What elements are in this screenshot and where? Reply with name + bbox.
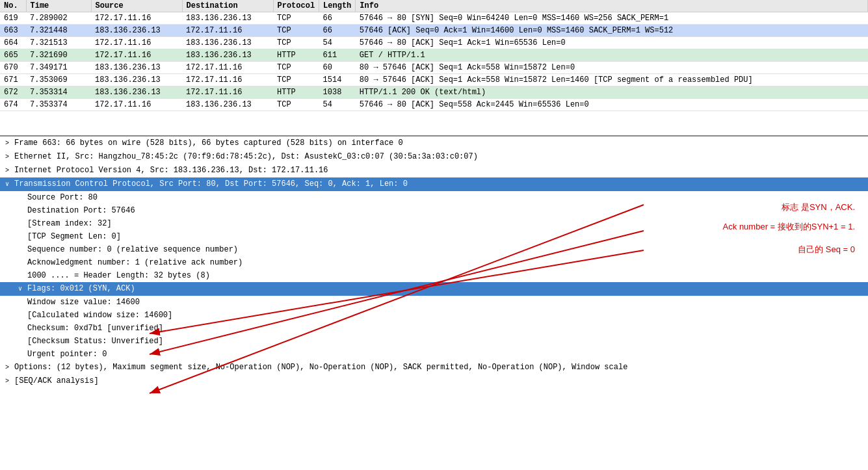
col-header-length: Length: [319, 0, 356, 12]
col-header-source: Source: [91, 0, 182, 12]
cell-proto: TCP: [273, 74, 319, 86]
col-header-info: Info: [356, 0, 868, 12]
detail-line-options[interactable]: >Options: (12 bytes), Maximum segment si…: [0, 361, 868, 374]
detail-line-checksum[interactable]: Checksum: 0xd7b1 [unverified]: [0, 322, 868, 335]
cell-dst: 172.17.11.16: [182, 25, 273, 37]
detail-text: Source Port: 80: [27, 193, 98, 202]
detail-text: Acknowledgment number: 1 (relative ack n…: [27, 258, 243, 267]
cell-proto: TCP: [273, 62, 319, 74]
table-row[interactable]: 664 7.321513 172.17.11.16 183.136.236.13…: [0, 37, 868, 49]
table-row[interactable]: 670 7.349171 183.136.236.13 172.17.11.16…: [0, 62, 868, 74]
detail-line-dst-port[interactable]: Destination Port: 57646: [0, 204, 868, 217]
cell-len: 54: [319, 99, 356, 111]
col-header-time: Time: [26, 0, 91, 12]
detail-line-urgent[interactable]: Urgent pointer: 0: [0, 348, 868, 361]
cell-src: 183.136.236.13: [91, 25, 182, 37]
table-row[interactable]: 674 7.353374 172.17.11.16 183.136.236.13…: [0, 99, 868, 111]
cell-dst: 172.17.11.16: [182, 86, 273, 99]
expand-icon[interactable]: ∨: [18, 283, 27, 295]
cell-proto: TCP: [273, 99, 319, 111]
expand-icon[interactable]: >: [5, 151, 14, 163]
detail-line-ip[interactable]: >Internet Protocol Version 4, Src: 183.1…: [0, 164, 868, 177]
expand-icon[interactable]: ∨: [5, 179, 14, 190]
cell-dst: 172.17.11.16: [182, 74, 273, 86]
detail-text: Sequence number: 0 (relative sequence nu…: [27, 245, 238, 254]
cell-proto: TCP: [273, 25, 319, 37]
cell-proto: HTTP: [273, 49, 319, 62]
cell-src: 172.17.11.16: [91, 37, 182, 49]
detail-line-src-port[interactable]: Source Port: 80: [0, 191, 868, 204]
cell-proto: TCP: [273, 12, 319, 25]
cell-time: 7.349171: [26, 62, 91, 74]
detail-text: [Checksum Status: Unverified]: [27, 337, 163, 346]
cell-len: 1514: [319, 74, 356, 86]
detail-line-ack-num[interactable]: Acknowledgment number: 1 (relative ack n…: [0, 256, 868, 269]
cell-len: 60: [319, 62, 356, 74]
cell-time: 7.321513: [26, 37, 91, 49]
cell-dst: 183.136.236.13: [182, 12, 273, 25]
detail-line-win-size[interactable]: Window size value: 14600: [0, 296, 868, 309]
cell-no: 619: [0, 12, 26, 25]
cell-info: 57646 → 80 [ACK] Seq=558 Ack=2445 Win=65…: [356, 99, 868, 111]
detail-text: [SEQ/ACK analysis]: [14, 376, 99, 385]
cell-info: 57646 → 80 [ACK] Seq=1 Ack=1 Win=65536 L…: [356, 37, 868, 49]
cell-time: 7.321690: [26, 49, 91, 62]
cell-src: 183.136.236.13: [91, 86, 182, 99]
detail-line-chk-status[interactable]: [Checksum Status: Unverified]: [0, 335, 868, 348]
cell-len: 66: [319, 12, 356, 25]
expand-icon[interactable]: >: [5, 138, 14, 150]
cell-dst: 183.136.236.13: [182, 37, 273, 49]
expand-icon[interactable]: >: [5, 362, 14, 374]
table-row[interactable]: 672 7.353314 183.136.236.13 172.17.11.16…: [0, 86, 868, 99]
cell-dst: 172.17.11.16: [182, 62, 273, 74]
detail-text: Internet Protocol Version 4, Src: 183.13…: [14, 166, 328, 175]
detail-text: Destination Port: 57646: [27, 206, 135, 215]
cell-len: 66: [319, 25, 356, 37]
expand-icon[interactable]: >: [5, 165, 14, 177]
packet-table: No. Time Source Destination Protocol Len…: [0, 0, 868, 111]
cell-no: 665: [0, 49, 26, 62]
cell-no: 674: [0, 99, 26, 111]
annotation-line1: 标志 是SYN，ACK.: [782, 202, 855, 213]
table-row[interactable]: 663 7.321448 183.136.236.13 172.17.11.16…: [0, 25, 868, 37]
cell-info: 80 → 57646 [ACK] Seq=1 Ack=558 Win=15872…: [356, 74, 868, 86]
col-header-protocol: Protocol: [273, 0, 319, 12]
cell-info: HTTP/1.1 200 OK (text/html): [356, 86, 868, 99]
cell-time: 7.353069: [26, 74, 91, 86]
table-row[interactable]: 665 7.321690 172.17.11.16 183.136.236.13…: [0, 49, 868, 62]
detail-line-frame[interactable]: >Frame 663: 66 bytes on wire (528 bits),…: [0, 137, 868, 150]
table-row[interactable]: 619 7.289002 172.17.11.16 183.136.236.13…: [0, 12, 868, 25]
detail-line-ethernet[interactable]: >Ethernet II, Src: Hangzhou_78:45:2c (70…: [0, 150, 868, 164]
detail-text: [Calculated window size: 14600]: [27, 311, 172, 320]
cell-info: 57646 [ACK] Seq=0 Ack=1 Win=14600 Len=0 …: [356, 25, 868, 37]
cell-no: 671: [0, 74, 26, 86]
detail-panel: >Frame 663: 66 bytes on wire (528 bits),…: [0, 137, 868, 470]
detail-line-calc-win[interactable]: [Calculated window size: 14600]: [0, 309, 868, 322]
cell-dst: 183.136.236.13: [182, 49, 273, 62]
detail-line-header-len[interactable]: 1000 .... = Header Length: 32 bytes (8): [0, 269, 868, 282]
detail-text: 1000 .... = Header Length: 32 bytes (8): [27, 271, 210, 280]
detail-text: Ethernet II, Src: Hangzhou_78:45:2c (70:…: [14, 152, 478, 161]
annotation-line2: Ack number = 接收到的SYN+1 = 1.: [723, 221, 855, 233]
cell-proto: HTTP: [273, 86, 319, 99]
cell-len: 611: [319, 49, 356, 62]
cell-no: 664: [0, 37, 26, 49]
detail-lines: >Frame 663: 66 bytes on wire (528 bits),…: [0, 137, 868, 388]
annotation-line3: 自己的 Seq = 0: [798, 244, 855, 255]
table-row[interactable]: 671 7.353069 183.136.236.13 172.17.11.16…: [0, 74, 868, 86]
detail-text: Options: (12 bytes), Maximum segment siz…: [14, 363, 627, 372]
cell-info: 80 → 57646 [ACK] Seq=1 Ack=558 Win=15872…: [356, 62, 868, 74]
cell-len: 54: [319, 37, 356, 49]
detail-line-seq-ack[interactable]: >[SEQ/ACK analysis]: [0, 374, 868, 388]
detail-text: Transmission Control Protocol, Src Port:…: [14, 179, 408, 189]
cell-len: 1038: [319, 86, 356, 99]
detail-text: [TCP Segment Len: 0]: [27, 232, 121, 241]
detail-text: Window size value: 14600: [27, 298, 140, 307]
detail-line-seq-num[interactable]: Sequence number: 0 (relative sequence nu…: [0, 243, 868, 256]
cell-dst: 183.136.236.13: [182, 99, 273, 111]
cell-info: 57646 → 80 [SYN] Seq=0 Win=64240 Len=0 M…: [356, 12, 868, 25]
detail-line-flags[interactable]: ∨Flags: 0x012 (SYN, ACK): [0, 282, 868, 296]
table-header-row: No. Time Source Destination Protocol Len…: [0, 0, 868, 12]
expand-icon[interactable]: >: [5, 376, 14, 387]
detail-line-tcp[interactable]: ∨Transmission Control Protocol, Src Port…: [0, 177, 868, 191]
